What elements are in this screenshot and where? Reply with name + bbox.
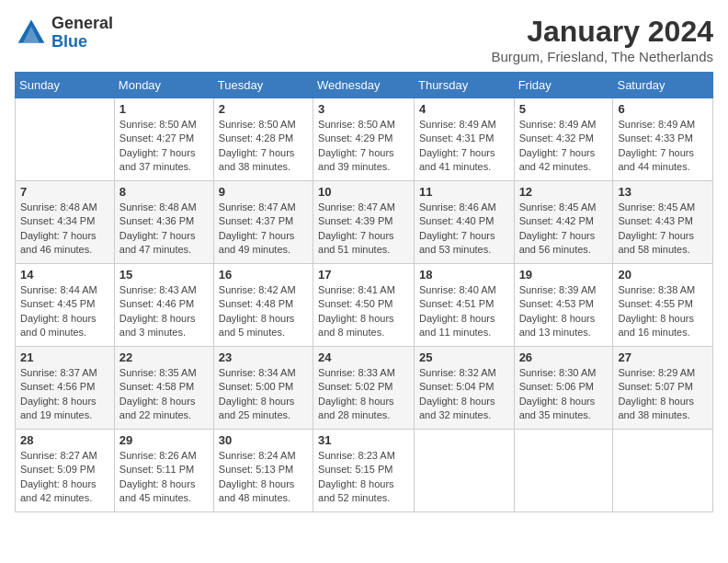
calendar-cell: 30Sunrise: 8:24 AMSunset: 5:13 PMDayligh… xyxy=(213,430,313,512)
day-number: 7 xyxy=(20,185,109,199)
calendar-cell: 9Sunrise: 8:47 AMSunset: 4:37 PMDaylight… xyxy=(213,181,313,264)
day-info: Sunrise: 8:38 AMSunset: 4:55 PMDaylight:… xyxy=(618,283,708,340)
calendar-cell xyxy=(514,430,613,512)
day-number: 11 xyxy=(419,185,509,199)
calendar-body: 1Sunrise: 8:50 AMSunset: 4:27 PMDaylight… xyxy=(16,98,713,512)
logo: General Blue xyxy=(15,15,113,52)
day-number: 12 xyxy=(519,185,609,199)
day-number: 18 xyxy=(419,268,509,282)
calendar-cell: 28Sunrise: 8:27 AMSunset: 5:09 PMDayligh… xyxy=(16,430,115,512)
logo-blue: Blue xyxy=(51,33,113,52)
day-info: Sunrise: 8:50 AMSunset: 4:27 PMDaylight:… xyxy=(119,118,209,175)
day-info: Sunrise: 8:48 AMSunset: 4:34 PMDaylight:… xyxy=(20,201,109,258)
weekday-header: Monday xyxy=(114,73,213,98)
day-info: Sunrise: 8:30 AMSunset: 5:06 PMDaylight:… xyxy=(519,366,609,423)
weekday-header: Sunday xyxy=(16,73,115,98)
calendar-cell: 15Sunrise: 8:43 AMSunset: 4:46 PMDayligh… xyxy=(114,264,213,347)
day-number: 6 xyxy=(618,102,708,116)
location: Burgum, Friesland, The Netherlands xyxy=(491,49,713,64)
day-info: Sunrise: 8:33 AMSunset: 5:02 PMDaylight:… xyxy=(318,366,409,423)
day-info: Sunrise: 8:49 AMSunset: 4:33 PMDaylight:… xyxy=(618,118,708,175)
day-number: 26 xyxy=(519,350,609,364)
calendar-cell: 8Sunrise: 8:48 AMSunset: 4:36 PMDaylight… xyxy=(114,181,213,264)
day-info: Sunrise: 8:47 AMSunset: 4:37 PMDaylight:… xyxy=(219,201,308,258)
logo-general: General xyxy=(51,15,113,33)
day-info: Sunrise: 8:23 AMSunset: 5:15 PMDaylight:… xyxy=(318,449,409,506)
day-number: 27 xyxy=(618,350,708,364)
calendar-cell: 11Sunrise: 8:46 AMSunset: 4:40 PMDayligh… xyxy=(414,181,514,264)
day-info: Sunrise: 8:43 AMSunset: 4:46 PMDaylight:… xyxy=(119,283,209,340)
calendar-cell: 6Sunrise: 8:49 AMSunset: 4:33 PMDaylight… xyxy=(613,98,713,181)
calendar-cell: 20Sunrise: 8:38 AMSunset: 4:55 PMDayligh… xyxy=(613,264,713,347)
calendar-cell: 17Sunrise: 8:41 AMSunset: 4:50 PMDayligh… xyxy=(313,264,415,347)
weekday-header: Tuesday xyxy=(213,73,313,98)
calendar-week: 7Sunrise: 8:48 AMSunset: 4:34 PMDaylight… xyxy=(16,181,713,264)
calendar-cell: 16Sunrise: 8:42 AMSunset: 4:48 PMDayligh… xyxy=(213,264,313,347)
day-info: Sunrise: 8:45 AMSunset: 4:43 PMDaylight:… xyxy=(618,201,708,258)
day-number: 17 xyxy=(318,268,409,282)
day-info: Sunrise: 8:45 AMSunset: 4:42 PMDaylight:… xyxy=(519,201,609,258)
calendar-week: 28Sunrise: 8:27 AMSunset: 5:09 PMDayligh… xyxy=(16,430,713,512)
calendar-cell: 1Sunrise: 8:50 AMSunset: 4:27 PMDaylight… xyxy=(114,98,213,181)
logo-icon xyxy=(15,17,48,50)
day-info: Sunrise: 8:40 AMSunset: 4:51 PMDaylight:… xyxy=(419,283,509,340)
calendar-header: SundayMondayTuesdayWednesdayThursdayFrid… xyxy=(16,73,713,98)
calendar-week: 14Sunrise: 8:44 AMSunset: 4:45 PMDayligh… xyxy=(16,264,713,347)
calendar-cell: 21Sunrise: 8:37 AMSunset: 4:56 PMDayligh… xyxy=(16,347,115,430)
day-info: Sunrise: 8:47 AMSunset: 4:39 PMDaylight:… xyxy=(318,201,409,258)
day-info: Sunrise: 8:46 AMSunset: 4:40 PMDaylight:… xyxy=(419,201,509,258)
calendar-table: SundayMondayTuesdayWednesdayThursdayFrid… xyxy=(15,72,713,512)
day-info: Sunrise: 8:29 AMSunset: 5:07 PMDaylight:… xyxy=(618,366,708,423)
calendar-cell xyxy=(613,430,713,512)
day-number: 20 xyxy=(618,268,708,282)
weekday-header: Saturday xyxy=(613,73,713,98)
day-number: 23 xyxy=(219,350,308,364)
calendar-cell: 12Sunrise: 8:45 AMSunset: 4:42 PMDayligh… xyxy=(514,181,613,264)
day-number: 31 xyxy=(318,433,409,447)
day-number: 3 xyxy=(318,102,409,116)
day-info: Sunrise: 8:42 AMSunset: 4:48 PMDaylight:… xyxy=(219,283,308,340)
calendar-cell: 22Sunrise: 8:35 AMSunset: 4:58 PMDayligh… xyxy=(114,347,213,430)
day-info: Sunrise: 8:50 AMSunset: 4:29 PMDaylight:… xyxy=(318,118,409,175)
day-info: Sunrise: 8:48 AMSunset: 4:36 PMDaylight:… xyxy=(119,201,209,258)
day-number: 10 xyxy=(318,185,409,199)
day-info: Sunrise: 8:26 AMSunset: 5:11 PMDaylight:… xyxy=(119,449,209,506)
day-info: Sunrise: 8:27 AMSunset: 5:09 PMDaylight:… xyxy=(20,449,109,506)
day-number: 22 xyxy=(119,350,209,364)
calendar-cell: 4Sunrise: 8:49 AMSunset: 4:31 PMDaylight… xyxy=(414,98,514,181)
day-number: 4 xyxy=(419,102,509,116)
day-info: Sunrise: 8:50 AMSunset: 4:28 PMDaylight:… xyxy=(219,118,308,175)
calendar-cell: 23Sunrise: 8:34 AMSunset: 5:00 PMDayligh… xyxy=(213,347,313,430)
calendar-cell: 27Sunrise: 8:29 AMSunset: 5:07 PMDayligh… xyxy=(613,347,713,430)
day-info: Sunrise: 8:44 AMSunset: 4:45 PMDaylight:… xyxy=(20,283,109,340)
day-number: 16 xyxy=(219,268,308,282)
day-number: 5 xyxy=(519,102,609,116)
calendar-cell: 25Sunrise: 8:32 AMSunset: 5:04 PMDayligh… xyxy=(414,347,514,430)
calendar-cell: 24Sunrise: 8:33 AMSunset: 5:02 PMDayligh… xyxy=(313,347,415,430)
weekday-header: Wednesday xyxy=(313,73,415,98)
weekday-header: Friday xyxy=(514,73,613,98)
day-number: 13 xyxy=(618,185,708,199)
calendar-cell xyxy=(16,98,115,181)
calendar-week: 21Sunrise: 8:37 AMSunset: 4:56 PMDayligh… xyxy=(16,347,713,430)
weekday-header: Thursday xyxy=(414,73,514,98)
calendar-cell: 7Sunrise: 8:48 AMSunset: 4:34 PMDaylight… xyxy=(16,181,115,264)
calendar-cell: 3Sunrise: 8:50 AMSunset: 4:29 PMDaylight… xyxy=(313,98,415,181)
month-year: January 2024 xyxy=(491,15,713,49)
day-number: 24 xyxy=(318,350,409,364)
calendar-cell: 19Sunrise: 8:39 AMSunset: 4:53 PMDayligh… xyxy=(514,264,613,347)
day-number: 2 xyxy=(219,102,308,116)
day-number: 1 xyxy=(119,102,209,116)
day-number: 19 xyxy=(519,268,609,282)
calendar-cell xyxy=(414,430,514,512)
title-block: January 2024 Burgum, Friesland, The Neth… xyxy=(491,15,713,64)
page-header: General Blue January 2024 Burgum, Friesl… xyxy=(15,15,713,64)
day-number: 9 xyxy=(219,185,308,199)
day-number: 25 xyxy=(419,350,509,364)
day-info: Sunrise: 8:35 AMSunset: 4:58 PMDaylight:… xyxy=(119,366,209,423)
day-info: Sunrise: 8:39 AMSunset: 4:53 PMDaylight:… xyxy=(519,283,609,340)
calendar-cell: 18Sunrise: 8:40 AMSunset: 4:51 PMDayligh… xyxy=(414,264,514,347)
calendar-week: 1Sunrise: 8:50 AMSunset: 4:27 PMDaylight… xyxy=(16,98,713,181)
day-info: Sunrise: 8:41 AMSunset: 4:50 PMDaylight:… xyxy=(318,283,409,340)
day-info: Sunrise: 8:24 AMSunset: 5:13 PMDaylight:… xyxy=(219,449,308,506)
